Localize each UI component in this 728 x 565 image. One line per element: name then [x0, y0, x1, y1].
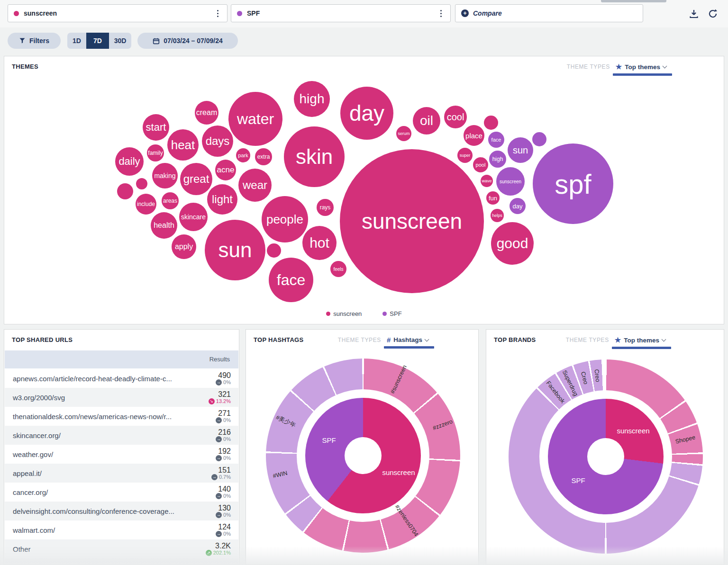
bubble-label: light: [212, 193, 233, 206]
bubble-label: include: [137, 201, 155, 207]
top-themes-selector[interactable]: ★ Top themes: [616, 63, 666, 71]
theme-bubble-feels[interactable]: feels: [330, 261, 346, 277]
legend-item-SPF[interactable]: SPF: [382, 310, 401, 317]
bubble-label: sunscreen: [500, 179, 521, 184]
theme-bubble-skin[interactable]: skin: [284, 126, 345, 187]
url-link[interactable]: appeal.it/: [5, 469, 183, 477]
url-link[interactable]: apnews.com/article/record-heat-deadly-cl…: [5, 375, 183, 383]
theme-bubble-oil[interactable]: oil: [413, 107, 440, 135]
theme-bubble-wave[interactable]: wave: [481, 175, 493, 187]
url-link[interactable]: w3.org/2000/svg: [5, 394, 183, 402]
url-link[interactable]: thenationaldesk.com/news/americas-news-n…: [5, 413, 183, 421]
theme-bubble-face[interactable]: face: [269, 258, 313, 302]
theme-bubble-skincare[interactable]: skincare: [179, 203, 208, 231]
query-chip-spf[interactable]: SPF: [231, 4, 451, 22]
theme-bubble[interactable]: [136, 178, 147, 189]
bubble-label: oil: [420, 113, 433, 128]
date-range-picker[interactable]: 07/03/24 – 07/09/24: [137, 33, 238, 49]
url-table-row[interactable]: delveinsight.com/consulting/conference-c…: [5, 502, 238, 520]
theme-bubble-include[interactable]: include: [136, 194, 156, 215]
theme-bubble-super[interactable]: super: [457, 148, 473, 163]
theme-bubble-pool[interactable]: pool: [473, 157, 488, 172]
theme-bubble-cream[interactable]: cream: [195, 101, 218, 125]
theme-bubble-water[interactable]: water: [228, 92, 282, 146]
theme-bubble-hot[interactable]: hot: [302, 226, 337, 260]
theme-bubble-park[interactable]: park: [236, 148, 250, 162]
url-table-row[interactable]: appeal.it/151→0.7%: [5, 464, 238, 483]
range-7d-button[interactable]: 7D: [86, 33, 109, 49]
theme-bubble-areas[interactable]: areas: [162, 192, 179, 209]
theme-bubble-start[interactable]: start: [143, 114, 169, 141]
theme-bubble-sun[interactable]: sun: [508, 137, 533, 163]
theme-bubble-extra[interactable]: extra: [255, 148, 272, 165]
url-table-row[interactable]: cancer.org/140→0%: [5, 483, 238, 502]
theme-bubble-sunscreen[interactable]: sunscreen: [340, 149, 484, 293]
theme-bubble-sunscreen[interactable]: sunscreen: [496, 167, 525, 196]
theme-bubble-heat[interactable]: heat: [167, 129, 199, 161]
query-chip-sunscreen[interactable]: sunscreen: [8, 4, 228, 22]
url-link[interactable]: weather.gov/: [5, 450, 183, 458]
bubble-label: making: [154, 172, 175, 179]
theme-bubble-day[interactable]: day: [340, 87, 393, 140]
theme-bubble-light[interactable]: light: [207, 184, 237, 215]
theme-bubble-daily[interactable]: daily: [115, 147, 144, 176]
compare-button[interactable]: + Compare: [455, 4, 643, 22]
theme-bubble-high[interactable]: high: [294, 81, 330, 117]
url-table-row[interactable]: skincancer.org/216→0%: [5, 426, 238, 445]
theme-bubble-place[interactable]: place: [464, 125, 484, 146]
theme-bubble[interactable]: [532, 132, 546, 146]
theme-bubble-making[interactable]: making: [152, 163, 178, 188]
url-table-row[interactable]: weather.gov/192→0%: [5, 445, 238, 464]
theme-bubble-people[interactable]: people: [262, 196, 308, 242]
theme-bubble-sun[interactable]: sun: [205, 220, 265, 280]
theme-bubble-apply[interactable]: apply: [172, 234, 196, 259]
range-30d-button[interactable]: 30D: [109, 33, 131, 49]
theme-bubble-family[interactable]: family: [147, 144, 164, 161]
theme-bubble-wear[interactable]: wear: [238, 169, 272, 202]
kebab-menu-icon[interactable]: [214, 8, 221, 19]
theme-bubble-rays[interactable]: rays: [317, 199, 334, 216]
url-table-row[interactable]: w3.org/2000/svg321↘13.2%: [5, 388, 238, 407]
url-table-row[interactable]: Other3.2K↗202.1%: [5, 539, 238, 558]
hashtags-sunburst-chart[interactable]: #sunscreen#zzzero#zenless0704#WIN#美少年SPF…: [266, 359, 460, 553]
theme-bubble-acne[interactable]: acne: [215, 160, 236, 180]
chevron-down-icon: [663, 64, 667, 69]
theme-bubble[interactable]: [484, 116, 498, 130]
theme-bubble-spf[interactable]: spf: [533, 143, 613, 224]
url-link[interactable]: delveinsight.com/consulting/conference-c…: [5, 507, 183, 515]
theme-bubble-face[interactable]: face: [488, 132, 504, 148]
theme-bubble-cool[interactable]: cool: [444, 106, 467, 128]
change-percent: 0%: [223, 417, 231, 423]
download-button[interactable]: [688, 8, 700, 19]
theme-bubble-serum[interactable]: serum: [396, 126, 411, 141]
theme-bubble-good[interactable]: good: [491, 222, 534, 265]
url-table-row[interactable]: thenationaldesk.com/news/americas-news-n…: [5, 407, 238, 426]
theme-bubble[interactable]: [267, 243, 281, 258]
kebab-menu-icon[interactable]: [437, 8, 445, 19]
theme-bubble-day[interactable]: day: [510, 198, 526, 214]
legend-item-sunscreen[interactable]: sunscreen: [326, 310, 362, 317]
theme-types-label: THEME TYPES: [338, 337, 381, 343]
range-1d-button[interactable]: 1D: [67, 33, 86, 49]
filters-button[interactable]: Filters: [8, 33, 61, 49]
brands-sunburst-chart[interactable]: ShopeeFacebookSuperdrugCreoCreosunscreen…: [509, 359, 703, 554]
top-themes-selector[interactable]: ★ Top themes: [615, 336, 665, 344]
theme-bubble-days[interactable]: days: [202, 126, 233, 157]
top-toolbar: sunscreen SPF + Compare: [0, 0, 728, 27]
theme-bubble[interactable]: [117, 183, 133, 199]
hashtags-selector[interactable]: # Hashtags: [387, 336, 428, 344]
theme-bubble-health[interactable]: health: [151, 212, 177, 239]
refresh-button[interactable]: [707, 8, 719, 19]
change-indicator: →0%: [183, 455, 231, 461]
theme-bubble-great[interactable]: great: [180, 163, 212, 195]
url-link[interactable]: skincancer.org/: [5, 431, 183, 439]
url-link[interactable]: cancer.org/: [5, 488, 183, 496]
theme-bubble-high[interactable]: high: [489, 151, 506, 168]
theme-bubble-helps[interactable]: helps: [491, 209, 504, 222]
url-link[interactable]: Other: [5, 545, 183, 553]
url-table-row[interactable]: apnews.com/article/record-heat-deadly-cl…: [5, 369, 238, 388]
filter-bar: Filters 1D 7D 30D 07/03/24 – 07/09/24: [0, 27, 728, 56]
theme-bubble-fun[interactable]: fun: [486, 191, 500, 205]
url-link[interactable]: walmart.com/: [5, 526, 183, 534]
url-table-row[interactable]: walmart.com/124→0%: [5, 520, 238, 539]
